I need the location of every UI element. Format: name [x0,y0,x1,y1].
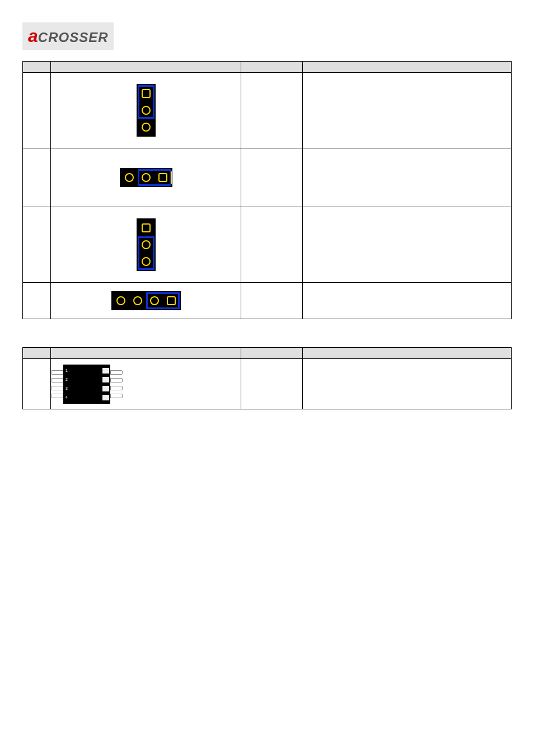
pin-1 [138,220,154,236]
row-label [23,283,51,319]
dip-switch-4: 1 2 3 4 [51,365,241,404]
dip-leg [51,378,63,382]
t1-header-3 [241,62,303,73]
dip-slider-2 [102,377,109,382]
pin-1 [113,292,129,309]
jumper-diagram-cell [51,207,241,283]
row-desc [303,148,512,207]
dip-number: 3 [64,386,69,390]
dip-leg [51,386,63,390]
pin-2 [138,102,154,119]
row-jumper [241,207,303,283]
dip-number: 1 [64,368,69,372]
dip-diagram-cell: 1 2 3 4 [51,359,241,409]
dip-table-2: 1 2 3 4 [22,347,512,409]
dip-slider-1 [102,368,109,374]
pin-1 [121,169,138,186]
t2-header-3 [241,348,303,359]
row-jumper [241,359,303,409]
jumper-diagram-cell [51,73,241,148]
t2-header-2 [51,348,241,359]
dip-leg [110,370,123,375]
row-desc [303,73,512,148]
jumper-horizontal-3pin [120,168,172,187]
jumper-vertical-3pin [137,218,156,271]
pin-2 [138,169,154,186]
dip-leg [110,386,123,390]
row-jumper [241,148,303,207]
table-row [23,73,512,148]
pin-3 [138,119,154,136]
t1-header-2 [51,62,241,73]
jumper-diagram-cell [51,148,241,207]
jumper-table-1 [22,61,512,319]
t2-header-1 [23,348,51,359]
table-row [23,148,512,207]
dip-number: 4 [64,395,69,399]
logo: aCROSSER [22,22,114,50]
dip-slider-3 [102,386,109,391]
row-desc [303,283,512,319]
row-desc [303,359,512,409]
t2-header-4 [303,348,512,359]
pin-1 [138,85,154,102]
dip-leg [110,394,123,398]
dip-slider-4 [102,395,109,400]
jumper-horizontal-4pin [111,291,181,310]
row-label [23,359,51,409]
dip-leg [51,394,63,398]
pin-3 [138,253,154,270]
jumper-diagram-cell [51,283,241,319]
dip-leg [51,370,63,375]
table-row: 1 2 3 4 [23,359,512,409]
row-label [23,207,51,283]
t1-header-1 [23,62,51,73]
pin-3 [154,169,171,186]
logo-letter: a [28,26,38,46]
jumper-vertical-3pin [137,84,156,137]
row-label [23,148,51,207]
pin-4 [163,292,180,309]
row-desc [303,207,512,283]
row-jumper [241,283,303,319]
row-label [23,73,51,148]
row-jumper [241,73,303,148]
table-row [23,283,512,319]
table-row [23,207,512,283]
pin-3 [146,292,163,309]
pin-2 [129,292,146,309]
logo-text: CROSSER [38,30,109,45]
dip-leg [110,378,123,382]
t1-header-4 [303,62,512,73]
pin-2 [138,236,154,253]
dip-number: 2 [64,377,69,381]
